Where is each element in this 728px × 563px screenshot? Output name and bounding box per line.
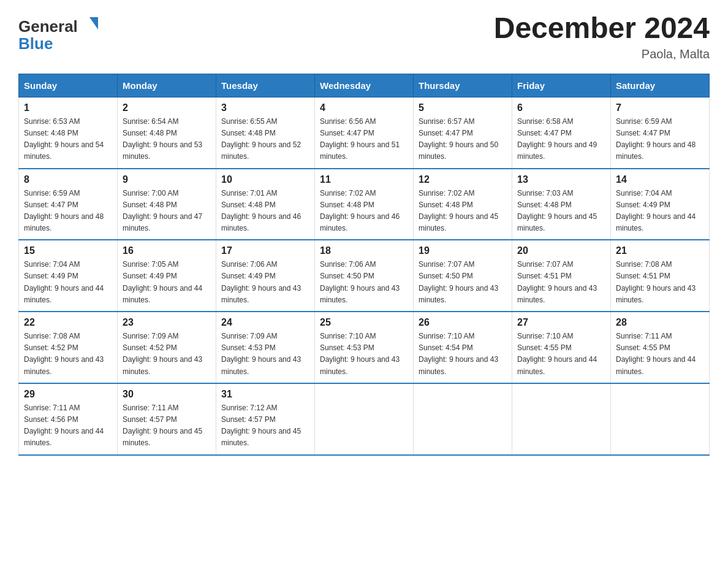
calendar-cell: 10 Sunrise: 7:01 AM Sunset: 4:48 PM Dayl… — [216, 169, 315, 240]
day-info: Sunrise: 6:56 AM Sunset: 4:47 PM Dayligh… — [320, 116, 408, 163]
day-number: 23 — [123, 317, 211, 328]
day-number: 2 — [123, 102, 211, 113]
calendar-cell: 16 Sunrise: 7:05 AM Sunset: 4:49 PM Dayl… — [118, 240, 216, 312]
day-info: Sunrise: 7:08 AM Sunset: 4:51 PM Dayligh… — [616, 259, 704, 306]
day-number: 10 — [221, 174, 309, 185]
day-number: 13 — [517, 174, 605, 185]
day-info: Sunrise: 6:58 AM Sunset: 4:47 PM Dayligh… — [517, 116, 605, 163]
calendar-cell: 3 Sunrise: 6:55 AM Sunset: 4:48 PM Dayli… — [216, 97, 315, 168]
day-info: Sunrise: 7:03 AM Sunset: 4:48 PM Dayligh… — [517, 188, 605, 235]
day-number: 7 — [616, 102, 704, 113]
calendar-cell: 28 Sunrise: 7:11 AM Sunset: 4:55 PM Dayl… — [611, 312, 710, 383]
day-number: 15 — [24, 245, 112, 256]
calendar-cell: 8 Sunrise: 6:59 AM Sunset: 4:47 PM Dayli… — [19, 169, 118, 240]
day-number: 22 — [24, 317, 112, 328]
calendar-cell: 15 Sunrise: 7:04 AM Sunset: 4:49 PM Dayl… — [19, 240, 118, 312]
calendar-cell: 24 Sunrise: 7:09 AM Sunset: 4:53 PM Dayl… — [216, 312, 315, 383]
day-info: Sunrise: 7:09 AM Sunset: 4:53 PM Dayligh… — [221, 331, 309, 378]
calendar-week-1: 1 Sunrise: 6:53 AM Sunset: 4:48 PM Dayli… — [19, 97, 710, 168]
logo: General Blue — [18, 12, 104, 55]
day-number: 28 — [616, 317, 704, 328]
header-wednesday: Wednesday — [315, 74, 414, 97]
calendar-table: Sunday Monday Tuesday Wednesday Thursday… — [18, 74, 710, 456]
calendar-cell — [315, 383, 414, 455]
calendar-cell: 12 Sunrise: 7:02 AM Sunset: 4:48 PM Dayl… — [414, 169, 512, 240]
calendar-cell: 20 Sunrise: 7:07 AM Sunset: 4:51 PM Dayl… — [512, 240, 611, 312]
calendar-week-5: 29 Sunrise: 7:11 AM Sunset: 4:56 PM Dayl… — [19, 383, 710, 455]
day-info: Sunrise: 7:07 AM Sunset: 4:51 PM Dayligh… — [517, 259, 605, 306]
day-info: Sunrise: 6:57 AM Sunset: 4:47 PM Dayligh… — [419, 116, 507, 163]
day-info: Sunrise: 7:09 AM Sunset: 4:52 PM Dayligh… — [123, 331, 211, 378]
calendar-cell: 21 Sunrise: 7:08 AM Sunset: 4:51 PM Dayl… — [611, 240, 710, 312]
calendar-cell: 11 Sunrise: 7:02 AM Sunset: 4:48 PM Dayl… — [315, 169, 414, 240]
calendar-week-3: 15 Sunrise: 7:04 AM Sunset: 4:49 PM Dayl… — [19, 240, 710, 312]
calendar-cell: 5 Sunrise: 6:57 AM Sunset: 4:47 PM Dayli… — [414, 97, 512, 168]
calendar-cell: 7 Sunrise: 6:59 AM Sunset: 4:47 PM Dayli… — [611, 97, 710, 168]
calendar-cell: 4 Sunrise: 6:56 AM Sunset: 4:47 PM Dayli… — [315, 97, 414, 168]
calendar-week-4: 22 Sunrise: 7:08 AM Sunset: 4:52 PM Dayl… — [19, 312, 710, 383]
page-header: General Blue December 2024 Paola, Malta — [18, 12, 710, 61]
calendar-cell: 23 Sunrise: 7:09 AM Sunset: 4:52 PM Dayl… — [118, 312, 216, 383]
day-number: 4 — [320, 102, 408, 113]
day-info: Sunrise: 7:08 AM Sunset: 4:52 PM Dayligh… — [24, 331, 112, 378]
page-subtitle: Paola, Malta — [494, 47, 710, 61]
day-number: 6 — [517, 102, 605, 113]
calendar-cell: 6 Sunrise: 6:58 AM Sunset: 4:47 PM Dayli… — [512, 97, 611, 168]
calendar-cell: 30 Sunrise: 7:11 AM Sunset: 4:57 PM Dayl… — [118, 383, 216, 455]
calendar-cell: 27 Sunrise: 7:10 AM Sunset: 4:55 PM Dayl… — [512, 312, 611, 383]
day-number: 20 — [517, 245, 605, 256]
calendar-cell: 2 Sunrise: 6:54 AM Sunset: 4:48 PM Dayli… — [118, 97, 216, 168]
svg-marker-1 — [89, 17, 98, 29]
calendar-cell: 22 Sunrise: 7:08 AM Sunset: 4:52 PM Dayl… — [19, 312, 118, 383]
day-info: Sunrise: 7:11 AM Sunset: 4:57 PM Dayligh… — [123, 402, 211, 450]
day-number: 24 — [221, 317, 309, 328]
day-info: Sunrise: 7:04 AM Sunset: 4:49 PM Dayligh… — [24, 259, 112, 306]
day-info: Sunrise: 6:59 AM Sunset: 4:47 PM Dayligh… — [616, 116, 704, 163]
day-info: Sunrise: 7:05 AM Sunset: 4:49 PM Dayligh… — [123, 259, 211, 306]
day-info: Sunrise: 7:04 AM Sunset: 4:49 PM Dayligh… — [616, 188, 704, 235]
day-info: Sunrise: 7:01 AM Sunset: 4:48 PM Dayligh… — [221, 188, 309, 235]
calendar-cell — [414, 383, 512, 455]
day-info: Sunrise: 6:53 AM Sunset: 4:48 PM Dayligh… — [24, 116, 112, 163]
calendar-cell: 14 Sunrise: 7:04 AM Sunset: 4:49 PM Dayl… — [611, 169, 710, 240]
day-info: Sunrise: 7:07 AM Sunset: 4:50 PM Dayligh… — [419, 259, 507, 306]
day-number: 5 — [419, 102, 507, 113]
day-info: Sunrise: 7:11 AM Sunset: 4:55 PM Dayligh… — [616, 331, 704, 378]
day-info: Sunrise: 7:10 AM Sunset: 4:53 PM Dayligh… — [320, 331, 408, 378]
calendar-cell: 19 Sunrise: 7:07 AM Sunset: 4:50 PM Dayl… — [414, 240, 512, 312]
day-number: 25 — [320, 317, 408, 328]
day-number: 17 — [221, 245, 309, 256]
calendar-cell: 26 Sunrise: 7:10 AM Sunset: 4:54 PM Dayl… — [414, 312, 512, 383]
day-info: Sunrise: 7:10 AM Sunset: 4:55 PM Dayligh… — [517, 331, 605, 378]
calendar-cell: 31 Sunrise: 7:12 AM Sunset: 4:57 PM Dayl… — [216, 383, 315, 455]
calendar-cell: 13 Sunrise: 7:03 AM Sunset: 4:48 PM Dayl… — [512, 169, 611, 240]
header-thursday: Thursday — [414, 74, 512, 97]
calendar-cell: 29 Sunrise: 7:11 AM Sunset: 4:56 PM Dayl… — [19, 383, 118, 455]
day-info: Sunrise: 7:06 AM Sunset: 4:50 PM Dayligh… — [320, 259, 408, 306]
day-info: Sunrise: 7:02 AM Sunset: 4:48 PM Dayligh… — [419, 188, 507, 235]
header-monday: Monday — [118, 74, 216, 97]
svg-text:Blue: Blue — [18, 34, 53, 53]
day-number: 19 — [419, 245, 507, 256]
weekday-header-row: Sunday Monday Tuesday Wednesday Thursday… — [19, 74, 710, 97]
day-number: 18 — [320, 245, 408, 256]
calendar-cell: 1 Sunrise: 6:53 AM Sunset: 4:48 PM Dayli… — [19, 97, 118, 168]
header-friday: Friday — [512, 74, 611, 97]
day-number: 16 — [123, 245, 211, 256]
day-number: 30 — [123, 389, 211, 400]
day-number: 31 — [221, 389, 309, 400]
header-saturday: Saturday — [611, 74, 710, 97]
calendar-cell: 18 Sunrise: 7:06 AM Sunset: 4:50 PM Dayl… — [315, 240, 414, 312]
page-title: December 2024 — [494, 12, 710, 45]
day-number: 26 — [419, 317, 507, 328]
day-info: Sunrise: 6:54 AM Sunset: 4:48 PM Dayligh… — [123, 116, 211, 163]
calendar-week-2: 8 Sunrise: 6:59 AM Sunset: 4:47 PM Dayli… — [19, 169, 710, 240]
title-area: December 2024 Paola, Malta — [494, 12, 710, 61]
day-number: 14 — [616, 174, 704, 185]
day-number: 21 — [616, 245, 704, 256]
calendar-cell: 9 Sunrise: 7:00 AM Sunset: 4:48 PM Dayli… — [118, 169, 216, 240]
svg-text:General: General — [18, 17, 78, 36]
day-info: Sunrise: 7:06 AM Sunset: 4:49 PM Dayligh… — [221, 259, 309, 306]
day-info: Sunrise: 7:00 AM Sunset: 4:48 PM Dayligh… — [123, 188, 211, 235]
day-info: Sunrise: 6:59 AM Sunset: 4:47 PM Dayligh… — [24, 188, 112, 235]
